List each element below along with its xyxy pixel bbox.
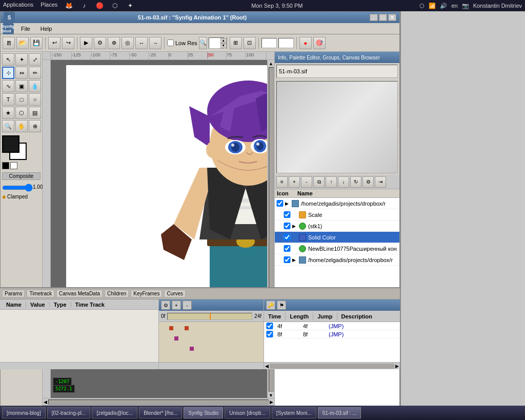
task-sysmon[interactable]: [System Moni...: [272, 407, 316, 418]
hscroll-left[interactable]: ◀: [44, 399, 47, 405]
vscroll-down[interactable]: ▼: [269, 393, 273, 398]
tb-new[interactable]: 🖹: [3, 37, 15, 49]
tb-snap[interactable]: ⊡: [244, 37, 256, 49]
tb-toggle1[interactable]: ⊕: [108, 37, 120, 49]
params-body[interactable]: [0, 310, 158, 362]
r-btn-down[interactable]: ↓: [338, 176, 349, 188]
kf-scroll-left[interactable]: ◀: [265, 364, 269, 369]
tree-row[interactable]: ▶ /home/zelgadis/projects/dropbox/r: [275, 254, 399, 266]
help-menu[interactable]: Help: [37, 25, 55, 33]
keyboard-layout[interactable]: en: [451, 3, 457, 9]
row1-expand[interactable]: ▶: [285, 201, 291, 206]
tab-curves[interactable]: Curves: [164, 290, 186, 297]
canvas-hscroll[interactable]: ◀ ▶: [43, 398, 274, 405]
opacity-slider[interactable]: [2, 184, 33, 191]
tool-transform[interactable]: ↖: [2, 53, 14, 66]
task-morevna[interactable]: [morevna-blog]: [2, 407, 46, 418]
r-btn-refresh[interactable]: ↻: [350, 176, 361, 188]
row2-check[interactable]: [283, 211, 291, 218]
tb-duck[interactable]: 🎯: [313, 37, 326, 49]
kf-scroll-thumb[interactable]: [270, 364, 394, 369]
tb-render[interactable]: ▶: [80, 37, 92, 49]
tool-star[interactable]: ★: [2, 107, 14, 119]
task-synfig[interactable]: Synfig Studio: [184, 407, 223, 418]
tree-row[interactable]: NewBLine10775Расширенный кон: [275, 243, 399, 254]
tree-row[interactable]: ▶ /home/zelgadis/projects/dropbox/r: [275, 198, 399, 209]
low-res-checkbox[interactable]: Low Res: [167, 39, 197, 46]
tt-scrollbar[interactable]: [159, 362, 264, 369]
screenshot-icon[interactable]: 📷: [462, 3, 469, 9]
tool-mirror[interactable]: ⇔: [15, 67, 28, 79]
tool-polygon[interactable]: ⬡: [15, 107, 28, 119]
app-icon-4[interactable]: ⬡: [111, 2, 119, 10]
r-btn-remove[interactable]: -: [301, 176, 312, 188]
tt-timeline[interactable]: [167, 313, 252, 320]
kf-body[interactable]: 4f 4f (JMP) 8f 8f (JMP): [264, 322, 400, 362]
tt-btn2[interactable]: +: [172, 301, 181, 310]
tool-text[interactable]: T: [2, 93, 14, 106]
task-unison[interactable]: Unison [dropb...: [225, 407, 270, 418]
kf-scroll-right[interactable]: ▶: [395, 364, 399, 369]
tb-settings[interactable]: ⚙: [94, 37, 106, 49]
row4-check[interactable]: [283, 234, 291, 241]
row6-check[interactable]: [283, 256, 291, 263]
tree-row[interactable]: ▶ (stk1): [275, 221, 399, 232]
quality-input[interactable]: 4: [209, 38, 220, 48]
file-selector[interactable]: 51-m-03.sif: [276, 65, 398, 78]
tb-open[interactable]: 📂: [16, 37, 29, 49]
sysbar-icon3[interactable]: 🔊: [440, 3, 447, 9]
y-coord-input[interactable]: 0: [278, 38, 294, 48]
kf-row2-jump[interactable]: (JMP): [325, 331, 348, 337]
kf-row1-jump[interactable]: (JMP): [325, 323, 348, 329]
kf-btn-flag[interactable]: ⚑: [277, 301, 286, 310]
timetrack-body[interactable]: [159, 322, 264, 362]
r-btn-add[interactable]: +: [289, 176, 300, 188]
quality-down[interactable]: ▼: [220, 43, 227, 48]
tb-save[interactable]: 💾: [30, 37, 43, 49]
tool-eyedrop[interactable]: 💧: [29, 80, 41, 92]
tab-children[interactable]: Children: [105, 290, 129, 297]
hscroll-thumb[interactable]: [48, 399, 269, 405]
tb-quality-btn[interactable]: 🔍: [199, 37, 207, 49]
tb-undo[interactable]: ↩: [48, 37, 60, 49]
app-icon-3[interactable]: 🔴: [95, 2, 104, 10]
r-btn-settings[interactable]: ⚙: [362, 176, 374, 188]
sysbar-icon2[interactable]: 📶: [429, 3, 436, 9]
maximize-button[interactable]: □: [379, 14, 387, 21]
tab-metadata[interactable]: Canvas MetaData: [56, 290, 103, 297]
music-icon[interactable]: ♪: [80, 2, 88, 10]
tool-select[interactable]: ⊹: [2, 67, 14, 79]
tb-redo[interactable]: ↪: [62, 37, 74, 49]
tt-btn3[interactable]: -: [183, 301, 192, 310]
file-menu[interactable]: File: [18, 25, 33, 33]
tab-keyframes[interactable]: KeyFrames: [131, 290, 162, 297]
x-coord-input[interactable]: 0: [261, 38, 277, 48]
tool-zoom[interactable]: 🔍: [2, 120, 14, 132]
low-res-check-input[interactable]: [167, 39, 174, 46]
tool-rect[interactable]: □: [15, 93, 28, 106]
tt-btn1[interactable]: ⚙: [161, 301, 170, 310]
tool-circle[interactable]: ○: [29, 93, 41, 106]
minimize-button[interactable]: _: [370, 14, 378, 21]
task-siffile[interactable]: 51-m-03.sif : ...: [318, 407, 361, 418]
quality-spinner[interactable]: ▲ ▼: [220, 38, 227, 48]
tb-toggle2[interactable]: ◎: [122, 37, 134, 49]
tool-pan[interactable]: ✋: [15, 120, 28, 132]
row3-expand[interactable]: ▶: [292, 224, 298, 229]
tool-node[interactable]: ✦: [15, 53, 28, 66]
tree-row[interactable]: Scale: [275, 209, 399, 221]
tool-fill[interactable]: ▣: [15, 80, 28, 92]
row3-check[interactable]: [283, 223, 291, 229]
kf-btn-key[interactable]: 🔑: [266, 301, 275, 310]
firefox-icon[interactable]: 🦊: [65, 2, 73, 10]
vscroll-up[interactable]: ▲: [269, 61, 273, 66]
quality-up[interactable]: ▲: [220, 38, 227, 43]
r-btn-list[interactable]: ≡: [276, 176, 288, 188]
task-zelgadis[interactable]: [zelgadis@loc...: [92, 407, 137, 418]
tool-feather[interactable]: ⊕: [29, 120, 41, 132]
r-btn-dup[interactable]: ⧉: [313, 176, 325, 188]
tb-record[interactable]: ●: [299, 37, 312, 49]
r-btn-export[interactable]: ⇥: [375, 176, 386, 188]
tool-scale[interactable]: ⤢: [29, 53, 41, 66]
params-scrollbar[interactable]: [0, 362, 158, 369]
